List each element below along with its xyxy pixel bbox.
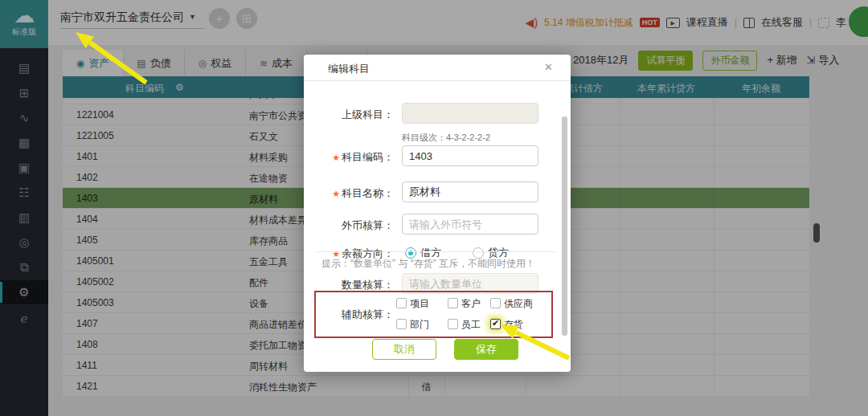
parent-account-input[interactable] <box>402 103 538 124</box>
parent-account-label: 上级科目： <box>321 108 394 122</box>
required-star: ★ <box>332 153 340 162</box>
level-hint: 科目级次：4-3-2-2-2-2 <box>402 132 490 144</box>
foreign-currency-label: 外币核算： <box>321 218 394 233</box>
modal-title: 编辑科目 <box>328 62 370 76</box>
modal-scrollbar[interactable] <box>562 116 567 336</box>
divider <box>316 251 555 252</box>
required-star: ★ <box>332 189 340 198</box>
close-icon[interactable]: ✕ <box>544 61 553 73</box>
foreign-currency-input[interactable] <box>402 214 538 235</box>
mutual-exclusion-tip: 提示：“数量单位” 与 “存货” 互斥，不能同时使用！ <box>321 257 535 271</box>
modal-header: 编辑科目 ✕ <box>304 55 571 81</box>
name-input[interactable] <box>402 181 538 202</box>
code-label: ★科目编码： <box>321 150 394 165</box>
annotation-red-box <box>314 291 553 338</box>
code-input[interactable] <box>402 145 538 166</box>
name-label: ★科目名称： <box>321 186 394 201</box>
cancel-button[interactable]: 取消 <box>372 339 436 360</box>
save-button[interactable]: 保存 <box>454 339 518 360</box>
